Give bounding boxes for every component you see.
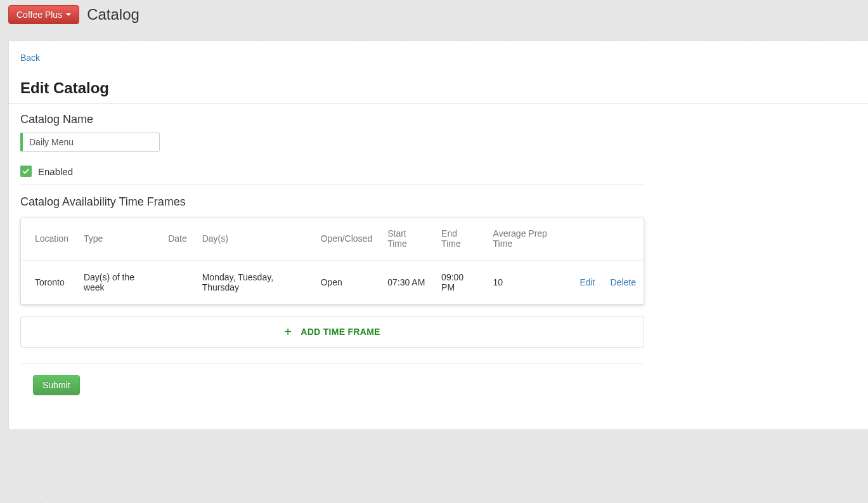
col-actions-2 — [603, 218, 644, 261]
plus-icon: + — [284, 325, 292, 338]
table-header-row: Location Type Date Day(s) Open/Closed St… — [21, 218, 644, 261]
page-title: Catalog — [87, 6, 139, 23]
cell-type: Day(s) of the week — [76, 261, 160, 304]
add-timeframe-label: ADD TIME FRAME — [301, 327, 380, 337]
timeframes-heading: Catalog Availability Time Frames — [20, 195, 644, 209]
timeframe-table-container: Location Type Date Day(s) Open/Closed St… — [20, 218, 644, 304]
col-location: Location — [21, 218, 76, 261]
panel-header: Back Edit Catalog — [9, 41, 868, 104]
submit-button[interactable]: Submit — [33, 375, 80, 395]
col-avg-prep: Average Prep Time — [486, 218, 573, 261]
timeframe-table: Location Type Date Day(s) Open/Closed St… — [21, 218, 644, 304]
add-timeframe-button[interactable]: + ADD TIME FRAME — [20, 316, 644, 348]
cell-end-time: 09:00 PM — [434, 261, 485, 304]
col-days: Day(s) — [195, 218, 313, 261]
check-icon — [22, 167, 30, 175]
delete-link[interactable]: Delete — [611, 277, 636, 287]
brand-dropdown-button[interactable]: Coffee Plus — [8, 5, 79, 24]
cell-open-closed: Open — [313, 261, 380, 304]
navbar: Coffee Plus Catalog — [0, 0, 868, 29]
enabled-checkbox-row: Enabled — [20, 166, 644, 185]
back-link[interactable]: Back — [20, 53, 40, 63]
form-body: Catalog Name Enabled Catalog Availabilit… — [9, 104, 656, 404]
catalog-name-label: Catalog Name — [20, 113, 644, 126]
col-actions-1 — [572, 218, 602, 261]
cell-days: Monday, Tuesday, Thursday — [195, 261, 313, 304]
cell-date — [160, 261, 195, 304]
enabled-checkbox[interactable] — [20, 166, 32, 177]
caret-down-icon — [66, 13, 71, 16]
col-date: Date — [160, 218, 195, 261]
table-row: Toronto Day(s) of the week Monday, Tuesd… — [21, 261, 644, 304]
edit-link[interactable]: Edit — [580, 277, 595, 287]
divider — [20, 363, 644, 363]
main-panel: Back Edit Catalog Catalog Name Enabled C… — [8, 41, 868, 430]
enabled-label: Enabled — [38, 166, 73, 177]
cell-start-time: 07:30 AM — [380, 261, 434, 304]
catalog-name-input[interactable] — [20, 133, 160, 152]
col-open-closed: Open/Closed — [313, 218, 380, 261]
edit-catalog-heading: Edit Catalog — [20, 79, 857, 97]
col-end-time: End Time — [434, 218, 485, 261]
cell-location: Toronto — [21, 261, 76, 304]
cell-avg-prep: 10 — [486, 261, 573, 304]
col-type: Type — [76, 218, 160, 261]
brand-label: Coffee Plus — [16, 10, 62, 20]
col-start-time: Start Time — [380, 218, 434, 261]
